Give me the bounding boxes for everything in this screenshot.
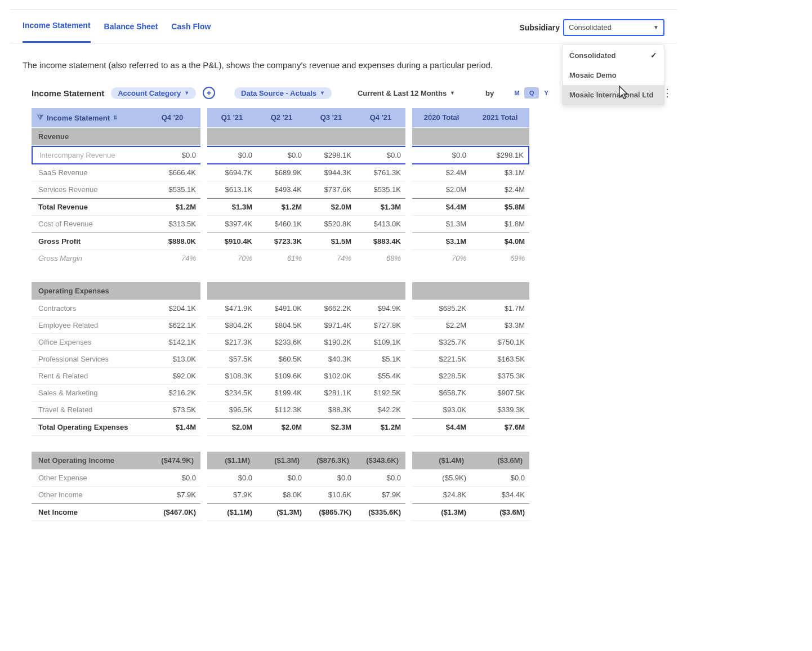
row-label-otherexp[interactable]: Other Expense <box>32 470 144 487</box>
cell-value: $3.1M <box>471 164 529 181</box>
cell-value: $460.1K <box>257 216 306 233</box>
cell-value: $7.9K <box>207 487 257 503</box>
filter-data-source[interactable]: Data Source - Actuals ▼ <box>234 87 332 99</box>
cell-value: $0.0 <box>257 470 306 487</box>
add-filter-button[interactable]: + <box>203 87 215 99</box>
caret-down-icon: ▼ <box>320 90 325 96</box>
cell-value: $7.9K <box>144 487 200 503</box>
column-header-label[interactable]: ⧩ Income Statement ⇅ <box>32 108 144 128</box>
cell-value: ($5.9K) <box>412 470 471 487</box>
cell-value: ($335.6K) <box>356 503 405 521</box>
section-opex: Operating Expenses <box>32 282 144 300</box>
subsidiary-option-mosaic-demo[interactable]: Mosaic Demo <box>563 65 664 85</box>
tab-income-statement[interactable]: Income Statement <box>23 12 91 43</box>
granularity-month[interactable]: M <box>510 87 524 99</box>
cell-value: $1.4M <box>144 418 200 436</box>
cell-value: $520.8K <box>306 216 356 233</box>
cell-value: $13.0K <box>144 351 200 368</box>
row-label-totopex[interactable]: Total Operating Expenses <box>32 418 144 436</box>
subsidiary-option-label: Mosaic Demo <box>569 71 617 79</box>
cell-value: $339.3K <box>471 402 529 418</box>
cell-value: $0.0 <box>144 146 200 164</box>
row-label-rent[interactable]: Rent & Related <box>32 368 144 385</box>
cell-value: $491.0K <box>257 300 306 317</box>
column-header[interactable]: Q4 '21 <box>356 108 405 128</box>
row-label-gross[interactable]: Gross Profit <box>32 233 144 250</box>
cell-value: 61% <box>257 250 306 266</box>
row-label-travel[interactable]: Travel & Related <box>32 402 144 418</box>
row-label-employee[interactable]: Employee Related <box>32 317 144 334</box>
row-label-contractors[interactable]: Contractors <box>32 300 144 317</box>
cell-value: $723.3K <box>257 233 306 250</box>
cell-value: $102.0K <box>306 368 356 385</box>
subsidiary-dropdown[interactable]: Consolidated ✓ Mosaic Demo Mosaic Intern… <box>562 44 664 105</box>
row-label-services[interactable]: Services Revenue <box>32 181 144 198</box>
filter-period[interactable]: Current & Last 12 Months ▼ <box>351 87 462 99</box>
filter-period-label: Current & Last 12 Months <box>358 89 447 97</box>
subsidiary-select[interactable]: Consolidated ▼ <box>563 19 664 36</box>
cell-value: ($1.3M) <box>412 503 471 521</box>
cell-value: $888.0K <box>144 233 200 250</box>
subsidiary-label: Subsidiary <box>519 23 560 32</box>
cell-value: $325.7K <box>412 334 471 351</box>
cell-value: $2.0M <box>257 418 306 436</box>
cell-value: 70% <box>207 250 257 266</box>
cell-value: $0.0 <box>306 470 356 487</box>
row-label-saas[interactable]: SaaS Revenue <box>32 164 144 181</box>
filter-data-source-label: Data Source - Actuals <box>241 89 316 97</box>
cell-value: $0.0 <box>356 470 405 487</box>
row-label-margin[interactable]: Gross Margin <box>32 250 144 266</box>
subsidiary-option-consolidated[interactable]: Consolidated ✓ <box>563 45 664 65</box>
cell-value: $233.6K <box>257 334 306 351</box>
cell-value: $7.9K <box>356 487 405 503</box>
row-label-otherinc[interactable]: Other Income <box>32 487 144 503</box>
cell-value: 74% <box>144 250 200 266</box>
cell-value: $4.4M <box>412 418 471 436</box>
row-label-netinc[interactable]: Net Income <box>32 503 144 521</box>
subsidiary-option-label: Consolidated <box>569 51 615 60</box>
cell-value: $413.0K <box>356 216 405 233</box>
row-label-prof[interactable]: Professional Services <box>32 351 144 368</box>
column-header[interactable]: Q3 '21 <box>306 108 356 128</box>
cell-value: $3.3M <box>471 317 529 334</box>
cell-value: $1.2M <box>257 198 306 216</box>
section-revenue: Revenue <box>32 128 144 146</box>
column-header[interactable]: Q4 '20 <box>144 108 200 128</box>
cell-value: $2.0M <box>412 181 471 198</box>
cell-value: $234.5K <box>207 385 257 402</box>
check-icon: ✓ <box>650 51 657 60</box>
cell-value: $298.1K <box>471 146 529 164</box>
column-header[interactable]: 2020 Total <box>412 108 471 128</box>
filter-icon: ⧩ <box>37 113 43 122</box>
cell-value: $685.2K <box>412 300 471 317</box>
cell-value: $92.0K <box>144 368 200 385</box>
row-label-office[interactable]: Office Expenses <box>32 334 144 351</box>
cell-value: $1.7M <box>471 300 529 317</box>
cell-value: $4.4M <box>412 198 471 216</box>
subsidiary-select-value: Consolidated <box>569 23 612 32</box>
cell-value: $2.0M <box>207 418 257 436</box>
column-header[interactable]: Q1 '21 <box>207 108 257 128</box>
cell-value: $883.4K <box>356 233 405 250</box>
cell-value: $944.3K <box>306 164 356 181</box>
cell-value: $761.3K <box>356 164 405 181</box>
subsidiary-option-mosaic-intl[interactable]: Mosaic International Ltd <box>563 85 664 105</box>
cell-value: $0.0 <box>144 470 200 487</box>
granularity-year[interactable]: Y <box>539 87 554 99</box>
cell-value: $907.5K <box>471 385 529 402</box>
column-header[interactable]: Q2 '21 <box>257 108 306 128</box>
column-header[interactable]: 2021 Total <box>471 108 529 128</box>
tab-cash-flow[interactable]: Cash Flow <box>171 13 211 42</box>
filter-account-category[interactable]: Account Category ▼ <box>111 87 196 99</box>
tab-balance-sheet[interactable]: Balance Sheet <box>104 13 158 42</box>
row-label-sales[interactable]: Sales & Marketing <box>32 385 144 402</box>
row-label-totalrev[interactable]: Total Revenue <box>32 198 144 216</box>
cell-value: $190.2K <box>306 334 356 351</box>
row-label-cogs[interactable]: Cost of Revenue <box>32 216 144 233</box>
cell-value: $217.3K <box>207 334 257 351</box>
granularity-quarter[interactable]: Q <box>524 87 539 99</box>
cell-value: $535.1K <box>356 181 405 198</box>
cell-value: $163.5K <box>471 351 529 368</box>
row-label-intercompany[interactable]: Intercompany Revenue <box>32 146 144 164</box>
column-header-label-text: Income Statement <box>47 114 110 122</box>
